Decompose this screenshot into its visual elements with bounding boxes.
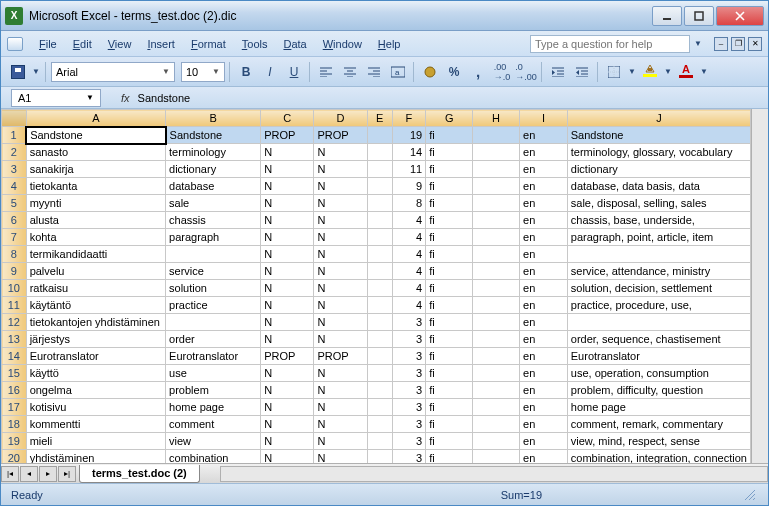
cell[interactable]: sale (166, 195, 261, 212)
cell[interactable]: terminology (166, 144, 261, 161)
cell[interactable]: fi (426, 263, 473, 280)
cell[interactable]: fi (426, 433, 473, 450)
tab-nav-next-button[interactable]: ▸ (39, 466, 57, 482)
cell[interactable]: N (261, 161, 314, 178)
cell[interactable] (166, 314, 261, 331)
column-header-B[interactable]: B (166, 110, 261, 127)
cell[interactable]: N (261, 280, 314, 297)
cell[interactable] (473, 399, 520, 416)
cell[interactable]: N (261, 144, 314, 161)
row-header[interactable]: 18 (2, 416, 27, 433)
cell[interactable]: alusta (26, 212, 165, 229)
cell[interactable]: fi (426, 195, 473, 212)
cell[interactable]: fi (426, 348, 473, 365)
cell[interactable]: käytäntö (26, 297, 165, 314)
cell[interactable]: PROP (261, 348, 314, 365)
currency-button[interactable] (419, 61, 441, 83)
cell[interactable]: N (261, 382, 314, 399)
cell[interactable] (367, 297, 392, 314)
cell[interactable]: PROP (261, 127, 314, 144)
cell[interactable]: N (314, 331, 367, 348)
row-header[interactable]: 7 (2, 229, 27, 246)
cell[interactable]: 3 (392, 314, 425, 331)
cell[interactable]: Sandstone (26, 127, 165, 144)
cell[interactable] (473, 246, 520, 263)
cell[interactable]: en (520, 178, 568, 195)
cell[interactable]: chassis, base, underside, (567, 212, 750, 229)
cell[interactable]: comment (166, 416, 261, 433)
help-search-input[interactable] (530, 35, 690, 53)
save-dropdown-icon[interactable]: ▼ (31, 61, 41, 83)
cell[interactable]: order, sequence, chastisement (567, 331, 750, 348)
row-header[interactable]: 11 (2, 297, 27, 314)
cell[interactable] (367, 246, 392, 263)
doc-close-button[interactable]: ✕ (748, 37, 762, 51)
cell[interactable] (473, 382, 520, 399)
cell[interactable]: 4 (392, 280, 425, 297)
cell[interactable]: use, operation, consumption (567, 365, 750, 382)
row-header[interactable]: 13 (2, 331, 27, 348)
sheet-tab[interactable]: terms_test.doc (2) (79, 465, 200, 483)
cell[interactable]: en (520, 195, 568, 212)
row-header[interactable]: 1 (2, 127, 27, 144)
cell[interactable]: N (261, 246, 314, 263)
cell[interactable]: en (520, 365, 568, 382)
cell[interactable]: fi (426, 144, 473, 161)
cell[interactable]: en (520, 314, 568, 331)
cell[interactable]: N (314, 399, 367, 416)
cell[interactable]: paragraph (166, 229, 261, 246)
cell[interactable]: database (166, 178, 261, 195)
cells-grid[interactable]: ABCDEFGHIJ1SandstoneSandstonePROPPROP19f… (1, 109, 751, 463)
cell[interactable]: home page (166, 399, 261, 416)
name-box[interactable]: A1▼ (11, 89, 101, 107)
cell[interactable]: N (261, 263, 314, 280)
menu-view[interactable]: View (100, 35, 140, 53)
row-header[interactable]: 15 (2, 365, 27, 382)
menu-insert[interactable]: Insert (139, 35, 183, 53)
cell[interactable]: en (520, 161, 568, 178)
row-header[interactable]: 16 (2, 382, 27, 399)
cell[interactable]: combination, integration, connection (567, 450, 750, 464)
cell[interactable]: dictionary (567, 161, 750, 178)
cell[interactable]: fi (426, 450, 473, 464)
cell[interactable] (367, 263, 392, 280)
row-header[interactable]: 20 (2, 450, 27, 464)
row-header[interactable]: 5 (2, 195, 27, 212)
font-color-button[interactable]: A (675, 61, 697, 83)
cell[interactable] (473, 365, 520, 382)
cell[interactable]: service (166, 263, 261, 280)
cell[interactable] (473, 348, 520, 365)
cell[interactable]: palvelu (26, 263, 165, 280)
align-center-button[interactable] (339, 61, 361, 83)
menu-file[interactable]: File (31, 35, 65, 53)
doc-restore-button[interactable]: ❐ (731, 37, 745, 51)
cell[interactable]: solution, decision, settlement (567, 280, 750, 297)
cell[interactable]: fi (426, 382, 473, 399)
cell[interactable]: N (314, 365, 367, 382)
cell[interactable] (473, 297, 520, 314)
cell[interactable]: Sandstone (166, 127, 261, 144)
cell[interactable]: 8 (392, 195, 425, 212)
cell[interactable] (367, 144, 392, 161)
cell[interactable]: yhdistäminen (26, 450, 165, 464)
borders-button[interactable] (603, 61, 625, 83)
cell[interactable]: 3 (392, 348, 425, 365)
column-header-F[interactable]: F (392, 110, 425, 127)
cell[interactable] (567, 246, 750, 263)
cell[interactable] (473, 433, 520, 450)
doc-minimize-button[interactable]: – (714, 37, 728, 51)
cell[interactable]: sale, disposal, selling, sales (567, 195, 750, 212)
cell[interactable]: 4 (392, 229, 425, 246)
font-color-dropdown-icon[interactable]: ▼ (699, 61, 709, 83)
resize-grip-icon[interactable] (742, 487, 758, 503)
cell[interactable] (367, 314, 392, 331)
cell[interactable]: PROP (314, 348, 367, 365)
cell[interactable]: order (166, 331, 261, 348)
cell[interactable] (473, 229, 520, 246)
row-header[interactable]: 19 (2, 433, 27, 450)
merge-center-button[interactable]: a (387, 61, 409, 83)
italic-button[interactable]: I (259, 61, 281, 83)
cell[interactable]: 4 (392, 297, 425, 314)
cell[interactable]: PROP (314, 127, 367, 144)
row-header[interactable]: 3 (2, 161, 27, 178)
